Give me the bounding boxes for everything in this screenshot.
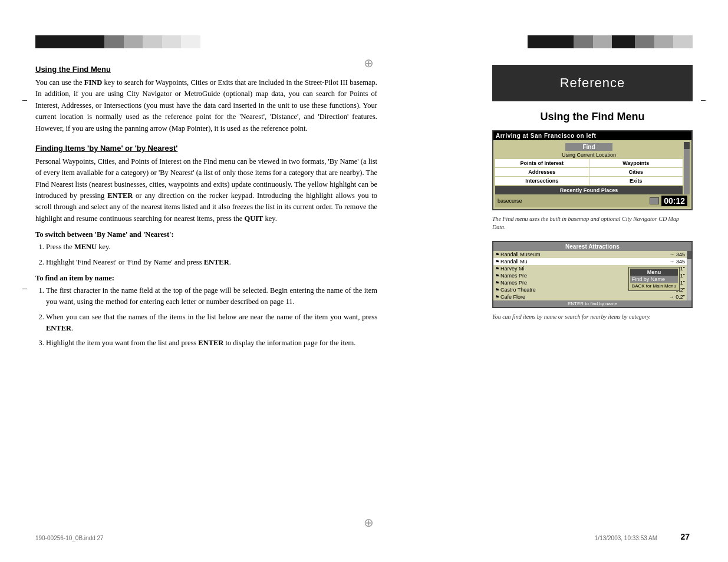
- list-item-5: Highlight the item you want from the lis…: [46, 338, 377, 349]
- section1-para1: You can use the FIND key to search for W…: [35, 77, 377, 134]
- footer-right: 1/13/2003, 10:33:53 AM: [595, 535, 657, 541]
- gps2-row-1-name: Randall Mu: [500, 259, 528, 265]
- gps2-row-0-name: Randall Museum: [500, 252, 541, 257]
- gps2-caption: You can find items by name or search for…: [492, 313, 693, 321]
- list-item-1: Press the MENU key.: [46, 242, 377, 253]
- gps1-recently: Recently Found Places: [495, 186, 683, 194]
- gps1-top-bar: Arriving at San Francisco on left: [493, 131, 691, 140]
- gps1-menu-grid: Points of Interest Waypoints Addresses C…: [495, 159, 683, 185]
- gps2-row-4-left: ⚑ Names Pre: [495, 280, 527, 286]
- gps2-menu-popup: Menu Find by Name BACK for Main Menu: [628, 267, 680, 291]
- top-bar-left: [35, 35, 200, 48]
- subsection1-list: Press the MENU key. Highlight 'Find Near…: [35, 242, 377, 268]
- section1-heading: Using the Find Menu: [35, 65, 377, 74]
- gps2-scrollbar-thumb: [687, 251, 691, 259]
- margin-mark-left-1: [22, 100, 27, 101]
- gps2-scrollbar: [687, 251, 691, 300]
- gps2-row-6: ⚑ Cafe Flore → 0.2": [493, 293, 687, 300]
- gps1-menu-intersections: Intersections: [495, 177, 589, 185]
- gps1-menu-poi: Points of Interest: [495, 159, 589, 167]
- gps2-row-2-name: Harvey Mi: [500, 266, 525, 272]
- gps2-row-1-dist: → 345: [669, 259, 685, 265]
- gps2-row-4-name: Names Pre: [500, 280, 527, 286]
- gps1-menu-waypoints: Waypoints: [589, 159, 683, 167]
- subsection2-heading: To find an item by name:: [35, 274, 377, 283]
- gps1-body: Find Using Current Location Points of In…: [493, 140, 691, 209]
- reference-header: Reference: [492, 65, 693, 101]
- gps2-row-0-dist: → 345: [669, 252, 685, 257]
- gps2-row-3-left: ⚑ Names Pre: [495, 273, 527, 279]
- list-item-4: When you can see that the names of the i…: [46, 312, 377, 335]
- gps2-row-1-left: ⚑ Randall Mu: [495, 259, 528, 265]
- footer-left: 190-00256-10_0B.indd 27: [35, 535, 104, 541]
- gps2-popup-title: Menu: [630, 269, 678, 276]
- gps-screen-2: Nearest Attractions ⚑ Randall Museum → 3…: [492, 241, 693, 308]
- top-bar-right: [528, 35, 693, 48]
- gps1-subtitle: Using Current Location: [495, 152, 683, 158]
- section2-para1: Personal Waypoints, Cities, and Points o…: [35, 156, 377, 224]
- gps1-menu-addresses: Addresses: [495, 168, 589, 176]
- gps2-row-0: ⚑ Randall Museum → 345: [493, 251, 687, 258]
- gps2-row-3-name: Names Pre: [500, 273, 527, 279]
- gps2-row-0-left: ⚑ Randall Museum: [495, 252, 541, 257]
- gps2-row-2-left: ⚑ Harvey Mi: [495, 266, 525, 272]
- gps1-caption: The Find menu uses the built in basemap …: [492, 215, 693, 232]
- gps1-icon: [650, 197, 659, 204]
- section2-heading: Finding Items 'by Name' or 'by Nearest': [35, 144, 377, 153]
- left-column: Using the Find Menu You can use the FIND…: [35, 65, 377, 527]
- gps2-popup-item-1: Find by Name: [630, 276, 678, 283]
- gps1-find-label: Find: [565, 143, 612, 151]
- gps2-row-6-left: ⚑ Cafe Flore: [495, 294, 525, 300]
- page-container: ⊕ ⊕ Using the Find Menu You can use the …: [0, 0, 728, 562]
- gps1-time: 00:12: [661, 196, 687, 206]
- gps1-bottom-bar: basecurse 00:12: [495, 194, 690, 207]
- gps1-menu-cities: Cities: [589, 168, 683, 176]
- page-number: 27: [680, 532, 690, 541]
- gps2-row-6-name: Cafe Flore: [500, 294, 525, 300]
- list-item-2: Highlight 'Find Nearest' or 'Find By Nam…: [46, 257, 377, 268]
- gps1-menu-exits: Exits: [589, 177, 683, 185]
- gps2-row-1: ⚑ Randall Mu → 345: [493, 258, 687, 265]
- right-section-title: Using the Find Menu: [492, 111, 693, 123]
- gps1-bottom-left: basecurse: [498, 198, 522, 204]
- gps-screen-1: Arriving at San Francisco on left Find U…: [492, 130, 693, 210]
- subsection2-list: The first character in the name field at…: [35, 285, 377, 349]
- gps2-title: Nearest Attractions: [493, 242, 691, 251]
- margin-mark-right-1: [701, 100, 706, 101]
- gps2-footer: ENTER to find by name: [493, 300, 691, 307]
- gps2-row-6-dist: → 0.2": [669, 294, 685, 300]
- margin-mark-left-2: [22, 289, 27, 289]
- gps2-popup-item-2: BACK for Main Menu: [630, 283, 678, 289]
- gps2-row-5-name: Castro Theatre: [500, 287, 536, 293]
- gps2-row-5-left: ⚑ Castro Theatre: [495, 287, 536, 293]
- gps2-relative: Nearest Attractions ⚑ Randall Museum → 3…: [493, 242, 691, 307]
- subsection1-heading: To switch between 'By Name' and 'Nearest…: [35, 230, 377, 239]
- right-column: Reference Using the Find Menu Arriving a…: [492, 65, 693, 527]
- list-item-3: The first character in the name field at…: [46, 285, 377, 308]
